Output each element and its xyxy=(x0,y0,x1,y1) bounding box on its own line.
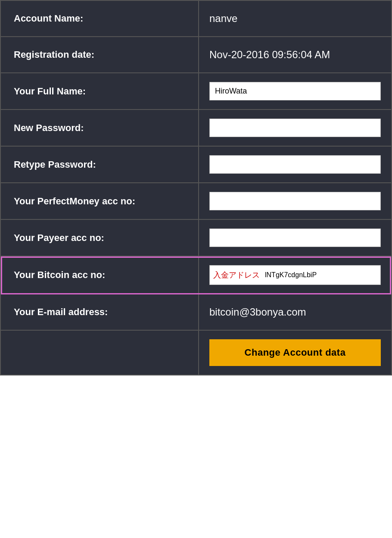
registration-date-label: Registration date: xyxy=(1,37,199,72)
payeer-input[interactable] xyxy=(209,228,381,247)
button-row: Change Account data xyxy=(1,331,391,375)
button-label-empty xyxy=(1,331,199,375)
retype-password-cell xyxy=(199,147,391,182)
bitcoin-jp-placeholder: 入金アドレス xyxy=(210,266,263,285)
bitcoin-label: Your Bitcoin acc no: xyxy=(1,256,199,294)
perfectmoney-row: Your PerfectMoney acc no: xyxy=(1,183,391,220)
email-value: bitcoin@3bonya.com xyxy=(199,294,391,330)
full-name-label: Your Full Name: xyxy=(1,73,199,109)
full-name-input[interactable] xyxy=(209,82,381,100)
perfectmoney-label: Your PerfectMoney acc no: xyxy=(1,183,199,219)
perfectmoney-cell xyxy=(199,183,391,219)
new-password-label: New Password: xyxy=(1,110,199,146)
perfectmoney-input[interactable] xyxy=(209,192,381,210)
registration-date-row: Registration date: Nov-20-2016 09:56:04 … xyxy=(1,37,391,73)
email-row: Your E-mail address: bitcoin@3bonya.com xyxy=(1,294,391,331)
button-cell: Change Account data xyxy=(199,331,391,375)
payeer-row: Your Payeer acc no: xyxy=(1,220,391,256)
account-name-row: Account Name: nanve xyxy=(1,1,391,37)
full-name-row: Your Full Name: xyxy=(1,73,391,110)
retype-password-label: Retype Password: xyxy=(1,147,199,182)
new-password-row: New Password: xyxy=(1,110,391,147)
new-password-input[interactable] xyxy=(209,119,381,137)
registration-date-value: Nov-20-2016 09:56:04 AM xyxy=(199,37,391,72)
new-password-cell xyxy=(199,110,391,146)
bitcoin-row: Your Bitcoin acc no: 入金アドレス lNTgK7cdgnLb… xyxy=(1,256,391,294)
payeer-cell xyxy=(199,220,391,256)
retype-password-input[interactable] xyxy=(209,155,381,174)
account-name-label: Account Name: xyxy=(1,1,199,36)
full-name-cell xyxy=(199,73,391,109)
email-label: Your E-mail address: xyxy=(1,294,199,330)
retype-password-row: Retype Password: xyxy=(1,147,391,183)
account-name-value: nanve xyxy=(199,1,391,36)
bitcoin-value: lNTgK7cdgnLbiP xyxy=(263,267,318,283)
change-account-data-button[interactable]: Change Account data xyxy=(209,339,381,366)
bitcoin-cell: 入金アドレス lNTgK7cdgnLbiP xyxy=(199,256,391,294)
bitcoin-input-wrapper: 入金アドレス lNTgK7cdgnLbiP xyxy=(209,265,381,285)
payeer-label: Your Payeer acc no: xyxy=(1,220,199,256)
